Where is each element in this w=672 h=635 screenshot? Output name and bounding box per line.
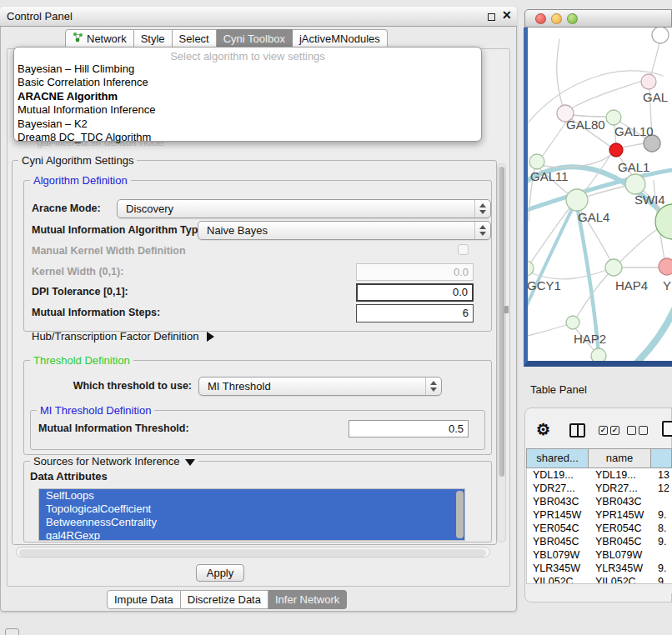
table-body[interactable]: YDL19...YDL19...13YDR27...YDR27...12YBR0… [526,468,672,583]
network-node[interactable] [652,28,669,43]
network-node-gal4[interactable] [566,189,588,211]
attributes-list-scrollbar[interactable] [456,491,464,538]
document-icon[interactable] [662,421,672,437]
network-edge[interactable] [622,143,644,148]
gear-icon[interactable]: ⚙ [536,420,550,439]
network-edge[interactable] [620,228,659,262]
table-row[interactable]: YPR145WYPR145W9. [527,508,672,522]
table-column-header[interactable]: shared... [526,448,589,468]
list-item[interactable]: BetweennessCentrality [39,516,464,529]
mi-algorithm-type-combobox[interactable]: Naive Bayes [198,221,491,240]
table-column-header[interactable] [651,448,672,468]
columns-icon[interactable] [569,423,585,438]
network-window-titlebar[interactable] [524,9,672,28]
manual-kernel-width-label: Manual Kernel Width Definition [32,244,186,258]
unchecked-checkbox-icon[interactable] [639,426,648,435]
close-icon[interactable]: ✕ [502,8,512,22]
network-node-label: GAL [643,90,668,104]
network-node-label: GAL1 [618,160,649,174]
list-item[interactable]: SelfLoops [39,489,464,502]
algorithm-dropdown: Select algorithm to view settings Bayesi… [13,47,482,142]
network-edge[interactable] [626,308,672,361]
unchecked-checkbox-icon[interactable] [627,426,636,435]
mi-threshold-definition-title: MI Threshold Definition [37,404,154,417]
network-edge[interactable] [557,39,563,107]
collapsed-panel-icon[interactable] [5,628,19,635]
sources-title[interactable]: Sources for Network Inference [30,455,198,468]
dropdown-item[interactable]: Dream8 DC_TDC Algorithm [14,131,481,144]
close-traffic-light-icon[interactable] [535,13,546,24]
checked-checkbox-icon[interactable]: ✓ [599,426,608,435]
collapse-arrow-icon[interactable] [185,459,195,466]
dropdown-item-list: Bayesian – Hill ClimbingBasic Correlatio… [14,62,481,144]
table-row[interactable]: YDL19...YDL19...13 [527,468,672,482]
network-node-hap4[interactable] [605,259,622,276]
table-row[interactable]: YER054CYER054C8. [527,522,672,535]
list-item[interactable]: gal4RGexp [39,529,464,541]
table-row[interactable]: YBR043CYBR043C [527,495,672,508]
settings-horizontal-scrollbar-thumb[interactable] [19,549,486,557]
table-column-header[interactable]: name [589,448,651,468]
dropdown-item[interactable]: ARACNE Algorithm [14,90,481,103]
manual-kernel-width-checkbox[interactable] [458,244,469,255]
network-node-gal1[interactable] [609,143,623,157]
table-row[interactable]: YDR27...YDR27...12 [527,482,672,495]
checked-checkbox-icon[interactable]: ✓ [610,426,619,435]
kernel-width-field[interactable]: 0.0 [356,263,474,281]
panel-divider-handle[interactable] [504,306,509,313]
settings-vertical-scrollbar-thumb[interactable] [499,167,504,477]
data-attributes-list[interactable]: SelfLoopsTopologicalCoefficientBetweenne… [38,488,465,541]
table-row[interactable]: YIL052CYIL052C9. [527,575,672,583]
dpi-tolerance-field[interactable]: 0.0 [356,283,474,302]
network-node-gal11[interactable] [529,154,544,169]
spinner-arrows-icon[interactable] [474,200,490,218]
mi-steps-field[interactable]: 6 [356,304,474,322]
mi-threshold-field[interactable]: 0.5 [349,420,469,438]
control-panel-titlebar[interactable] [0,7,517,27]
spinner-arrows-icon[interactable] [474,222,490,239]
network-canvas[interactable]: GALGAL80GAL10GAL1GAL11SWI4GAL4GCY1HAP4YH… [528,28,672,361]
dropdown-item[interactable]: Basic Correlation Inference [14,76,481,89]
network-node-gal10[interactable] [606,110,621,125]
tab-label: Select [179,30,209,48]
minimize-traffic-light-icon[interactable] [551,13,562,24]
table-horizontal-scrollbar[interactable] [526,583,672,593]
network-graph[interactable]: GALGAL80GAL10GAL1GAL11SWI4GAL4GCY1HAP4YH… [528,28,672,361]
which-threshold-combobox[interactable]: MI Threshold [198,377,442,396]
network-edge[interactable] [542,121,567,157]
list-item[interactable]: TopologicalCoefficient [39,502,464,516]
hub-definition-expander[interactable]: Hub/Transcription Factor Definition [32,330,214,342]
network-node-gal[interactable] [641,74,656,89]
apply-button[interactable]: Apply [196,564,244,582]
float-window-icon[interactable] [488,13,495,21]
zoom-traffic-light-icon[interactable] [567,13,578,24]
network-node-hap2[interactable] [566,316,579,329]
tab-discretize-data[interactable]: Discretize Data [181,590,268,609]
network-edge[interactable] [572,115,608,117]
network-node-y[interactable] [659,258,672,275]
network-node-label: GAL10 [614,124,654,138]
network-edge[interactable] [528,208,573,318]
network-edge[interactable] [528,325,566,337]
aracne-mode-combobox[interactable]: Discovery [117,199,491,218]
network-node[interactable] [591,348,606,361]
table-row[interactable]: YBR045CYBR045C9. [527,535,672,548]
settings-horizontal-scrollbar[interactable] [16,547,490,558]
table-row[interactable]: YLR345WYLR345W9. [527,562,672,575]
table-cell: 8. [652,522,672,535]
network-edge[interactable] [651,42,659,75]
control-panel-title: Control Panel [7,10,73,22]
hub-definition-label: Hub/Transcription Factor Definition [32,330,198,342]
network-edge[interactable] [571,80,644,108]
network-node-swi4[interactable] [625,174,645,194]
dropdown-item[interactable]: Mutual Information Inference [14,103,481,117]
dropdown-item[interactable]: Bayesian – K2 [14,118,481,131]
spinner-arrows-icon[interactable] [425,378,441,395]
settings-vertical-scrollbar[interactable] [497,163,506,542]
threshold-definition-title: Threshold Definition [30,354,133,367]
dropdown-item[interactable]: Bayesian – Hill Climbing [14,62,481,76]
tab-infer-network[interactable]: Infer Network [268,590,347,609]
table-row[interactable]: YBL079WYBL079W [527,548,672,562]
tab-impute-data[interactable]: Impute Data [107,590,181,609]
expand-arrow-icon[interactable] [207,332,214,342]
